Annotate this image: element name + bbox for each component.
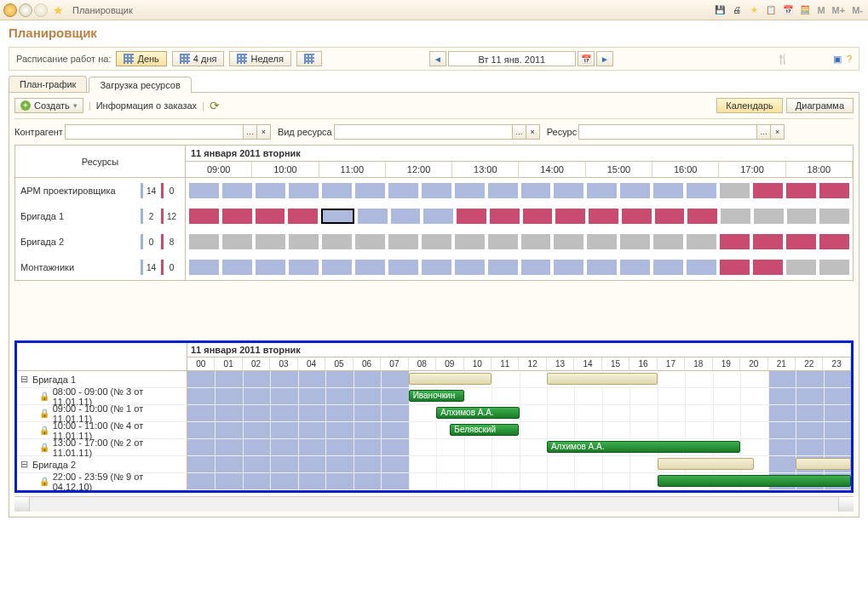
load-slot[interactable] [488,183,518,198]
load-slot[interactable] [422,234,451,249]
load-slot[interactable] [321,209,354,224]
load-slot[interactable] [653,260,683,275]
load-slot[interactable] [455,183,485,198]
order-info-link[interactable]: Информация о заказах [96,100,197,111]
range-4days-button[interactable]: 4 дня [172,51,225,66]
load-slot[interactable] [189,234,219,249]
task-bar[interactable]: Алхимов А.А. [547,441,740,453]
load-slot[interactable] [355,234,385,249]
goto-icon[interactable]: ▣ [833,54,842,65]
collapse-icon[interactable]: ⊟ [20,374,29,385]
resource-cell[interactable]: АРМ проектировщика140 [15,178,186,203]
load-slot[interactable] [753,260,783,275]
resource-cell[interactable]: Бригада 1212 [15,203,186,229]
load-slot[interactable] [787,209,817,224]
date-prev-button[interactable]: ◄ [429,51,446,66]
load-slot[interactable] [256,209,285,224]
load-slot[interactable] [256,260,285,275]
range-week-button[interactable]: Неделя [229,51,290,66]
load-slot[interactable] [786,183,816,198]
load-slot[interactable] [455,234,485,249]
load-slot[interactable] [819,183,849,198]
detail-row-label[interactable]: 🔒13:00 - 17:00 (№ 2 от 11.01.11) [17,439,187,456]
load-slot[interactable] [622,209,652,224]
filter-clear-button[interactable]: × [526,124,540,140]
load-slot[interactable] [687,260,716,275]
load-slot[interactable] [521,183,551,198]
date-field[interactable]: Вт 11 янв. 2011 [448,51,576,66]
load-slot[interactable] [189,183,219,198]
settings-icon[interactable]: 🍴 [777,54,789,65]
load-slot[interactable] [488,234,518,249]
load-slot[interactable] [653,234,683,249]
detail-row-label[interactable]: 🔒22:00 - 23:59 (№ 9 от 04.12.10) [17,473,187,490]
load-slot[interactable] [388,183,418,198]
range-custom-button[interactable] [296,51,322,66]
load-slot[interactable] [819,234,849,249]
calculator-icon[interactable]: 🧮 [798,3,812,17]
load-slot[interactable] [521,260,551,275]
load-slot[interactable] [753,183,783,198]
load-slot[interactable] [753,234,783,249]
load-slot[interactable] [322,260,352,275]
load-slot[interactable] [587,260,617,275]
load-slot[interactable] [521,234,551,249]
save-icon[interactable]: 💾 [713,3,727,17]
task-bar[interactable]: Алхимов А.А. [436,407,519,419]
load-slot[interactable] [289,260,319,275]
load-slot[interactable] [189,209,219,224]
range-day-button[interactable]: День [116,51,166,66]
load-slot[interactable] [555,209,585,224]
load-slot[interactable] [620,234,650,249]
load-slot[interactable] [554,260,583,275]
task-bar[interactable] [658,475,851,487]
print-icon[interactable]: 🖨 [730,3,744,17]
load-slot[interactable] [554,234,583,249]
load-slot[interactable] [355,260,385,275]
load-slot[interactable] [222,260,252,275]
filter-clear-button[interactable]: × [257,124,271,140]
load-slot[interactable] [523,209,553,224]
load-slot[interactable] [222,234,252,249]
load-slot[interactable] [620,183,650,198]
horizontal-scrollbar[interactable] [14,496,854,512]
load-slot[interactable] [358,209,388,224]
filter-type-input[interactable] [334,124,513,140]
task-bar[interactable]: Белявский [450,424,519,436]
load-slot[interactable] [391,209,421,224]
load-slot[interactable] [388,260,418,275]
load-slot[interactable] [754,209,784,224]
nav-back-icon[interactable] [19,3,32,17]
mode-calendar-button[interactable]: Календарь [716,98,783,113]
load-slot[interactable] [687,234,716,249]
group-span-bar[interactable] [547,373,658,385]
task-bar[interactable]: Иваночкин [409,390,464,402]
load-slot[interactable] [587,183,617,198]
filter-contragent-input[interactable] [65,124,244,140]
favorite-icon[interactable]: ★ [53,3,64,17]
load-slot[interactable] [490,209,520,224]
mem-mplus-button[interactable]: M+ [831,5,848,15]
load-slot[interactable] [819,209,849,224]
filter-resource-input[interactable] [578,124,757,140]
group-span-bar[interactable] [796,458,851,470]
load-slot[interactable] [819,260,849,275]
load-slot[interactable] [457,209,486,224]
load-slot[interactable] [620,260,650,275]
load-slot[interactable] [455,260,485,275]
tab-load[interactable]: Загрузка ресурсов [89,77,191,93]
filter-select-button[interactable]: … [757,124,771,140]
load-slot[interactable] [256,183,285,198]
group-span-bar[interactable] [658,458,755,470]
filter-select-button[interactable]: … [513,124,526,140]
load-slot[interactable] [222,183,252,198]
load-slot[interactable] [322,234,352,249]
load-slot[interactable] [720,183,750,198]
group-span-bar[interactable] [409,373,491,385]
mode-diagram-button[interactable]: Диаграмма [786,98,854,113]
copy-icon[interactable]: 📋 [764,3,778,17]
load-slot[interactable] [256,234,285,249]
refresh-button[interactable]: ⟳ [210,99,220,112]
load-slot[interactable] [653,183,683,198]
load-slot[interactable] [322,183,352,198]
